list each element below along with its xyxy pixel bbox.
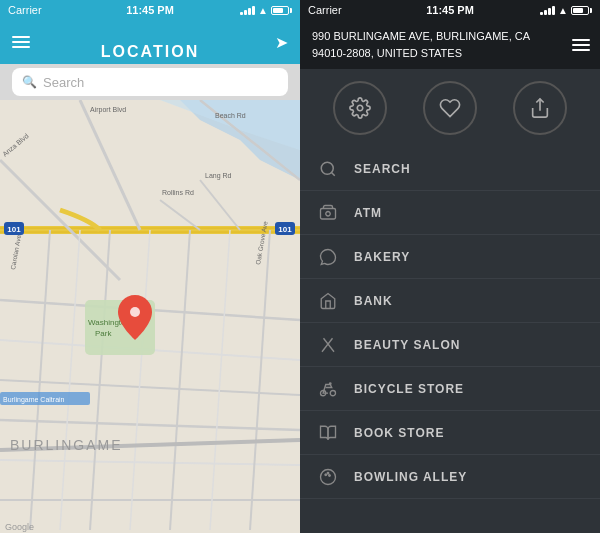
svg-point-32: [325, 474, 327, 476]
menu-item-book-store[interactable]: BOOK STORE: [300, 411, 600, 455]
svg-line-27: [324, 338, 335, 352]
menu-item-bank-label: BANK: [354, 294, 393, 308]
right-time: 11:45 PM: [426, 0, 474, 20]
search-icon: 🔍: [22, 75, 37, 89]
svg-text:Airport Blvd: Airport Blvd: [90, 106, 126, 114]
address-text: 990 BURLINGAME AVE, BURLINGAME, CA 94010…: [312, 28, 556, 61]
location-arrow-icon[interactable]: ➤: [275, 33, 288, 52]
page-title: LOCATION: [101, 43, 199, 61]
settings-action-button[interactable]: [333, 81, 387, 135]
search-bar-container: 🔍 Search: [0, 64, 300, 100]
svg-text:Lang Rd: Lang Rd: [205, 172, 232, 180]
bowling-alley-icon: [316, 468, 340, 486]
search-placeholder-text: Search: [43, 75, 84, 90]
svg-point-23: [321, 162, 333, 174]
action-buttons-row: [300, 69, 600, 147]
beauty-salon-icon: [316, 336, 340, 354]
atm-icon: [316, 204, 340, 222]
svg-text:Beach Rd: Beach Rd: [215, 112, 246, 119]
menu-item-bowling-alley-label: BOWLING ALLEY: [354, 470, 467, 484]
svg-line-28: [322, 338, 333, 352]
bicycle-store-icon: [316, 380, 340, 398]
left-status-bar: Carrier 11:45 PM ▲: [0, 0, 300, 20]
menu-item-atm-label: ATM: [354, 206, 382, 220]
map-view[interactable]: Washington Park 101 101 Anza Blvd Airpor…: [0, 100, 300, 533]
right-panel: Carrier 11:45 PM ▲ 990 BURLINGAME AVE, B…: [300, 0, 600, 533]
svg-text:101: 101: [7, 225, 21, 234]
svg-text:Rollins Rd: Rollins Rd: [162, 189, 194, 196]
menu-item-bank[interactable]: BANK: [300, 279, 600, 323]
left-top-bar: LOCATION ➤: [0, 20, 300, 64]
category-menu-list: SEARCHATMBAKERYBANKBEAUTY SALONBICYCLE S…: [300, 147, 600, 533]
svg-point-34: [329, 474, 331, 476]
svg-text:Burlingame Caltrain: Burlingame Caltrain: [3, 396, 65, 404]
svg-point-9: [130, 307, 140, 317]
battery-icon: [271, 6, 292, 15]
right-status-bar: Carrier 11:45 PM ▲: [300, 0, 600, 20]
svg-point-21: [357, 105, 363, 111]
menu-item-beauty-salon[interactable]: BEAUTY SALON: [300, 323, 600, 367]
svg-rect-25: [321, 208, 336, 219]
signal-icon: [240, 5, 255, 15]
svg-point-33: [327, 472, 329, 474]
right-wifi-icon: ▲: [558, 5, 568, 16]
menu-item-bakery[interactable]: BAKERY: [300, 235, 600, 279]
search-input[interactable]: 🔍 Search: [12, 68, 288, 96]
right-signal-icon: [540, 5, 555, 15]
left-panel: Carrier 11:45 PM ▲ LOCATION ➤: [0, 0, 300, 533]
menu-item-bicycle-store-label: BICYCLE STORE: [354, 382, 464, 396]
wifi-icon: ▲: [258, 5, 268, 16]
svg-point-26: [326, 211, 331, 216]
left-time: 11:45 PM: [126, 4, 174, 16]
right-battery-icon: [571, 6, 592, 15]
hamburger-menu-button[interactable]: [12, 36, 30, 48]
share-action-button[interactable]: [513, 81, 567, 135]
left-carrier: Carrier: [8, 4, 42, 16]
bakery-icon: [316, 248, 340, 266]
svg-text:101: 101: [278, 225, 292, 234]
svg-line-24: [331, 172, 334, 175]
menu-item-bowling-alley[interactable]: BOWLING ALLEY: [300, 455, 600, 499]
svg-text:Park: Park: [95, 329, 112, 338]
favorite-action-button[interactable]: [423, 81, 477, 135]
right-hamburger-menu-button[interactable]: [572, 39, 590, 51]
menu-item-bakery-label: BAKERY: [354, 250, 410, 264]
menu-item-search-label: SEARCH: [354, 162, 411, 176]
menu-item-atm[interactable]: ATM: [300, 191, 600, 235]
search-icon: [316, 160, 340, 178]
right-status-icons: ▲: [540, 5, 592, 16]
menu-item-bicycle-store[interactable]: BICYCLE STORE: [300, 367, 600, 411]
left-status-icons: ▲: [240, 5, 292, 16]
menu-item-book-store-label: BOOK STORE: [354, 426, 444, 440]
bank-icon: [316, 292, 340, 310]
book-store-icon: [316, 424, 340, 442]
right-carrier: Carrier: [308, 4, 342, 16]
menu-item-beauty-salon-label: BEAUTY SALON: [354, 338, 460, 352]
svg-text:BURLINGAME: BURLINGAME: [10, 437, 123, 453]
address-bar: 990 BURLINGAME AVE, BURLINGAME, CA 94010…: [300, 20, 600, 69]
svg-point-30: [330, 390, 335, 395]
menu-item-search[interactable]: SEARCH: [300, 147, 600, 191]
svg-point-31: [321, 469, 336, 484]
svg-text:Google: Google: [5, 522, 34, 532]
